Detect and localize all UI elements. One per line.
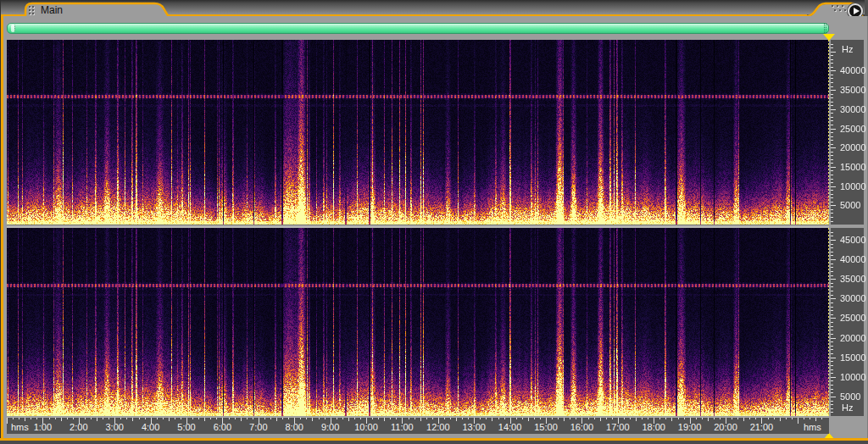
frequency-scale-right-channel[interactable]: 4500040000350003000025000200001500010000…	[831, 228, 864, 416]
time-tick	[720, 418, 721, 419]
time-tick	[409, 418, 409, 419]
time-tick	[696, 418, 697, 419]
spectrogram-right-channel[interactable]	[7, 228, 829, 416]
time-tick	[600, 418, 601, 421]
spectrogram-left-channel[interactable]	[7, 40, 829, 225]
time-ruler[interactable]: 1:002:003:004:005:006:007:008:009:0010:0…	[7, 417, 829, 434]
frequency-tick	[831, 102, 833, 103]
frequency-tick	[831, 380, 833, 381]
frequency-tick	[831, 55, 833, 56]
scrollbar-left-handle[interactable]	[11, 25, 15, 32]
frequency-tick	[831, 240, 836, 241]
time-tick	[253, 418, 253, 419]
frequency-tick	[831, 182, 833, 183]
frequency-label: 5000	[840, 200, 860, 210]
time-tick	[97, 418, 97, 421]
scrollbar-right-handle[interactable]	[824, 24, 826, 33]
tab-main[interactable]: Main	[25, 3, 168, 17]
time-tick	[91, 418, 92, 419]
frequency-tick	[831, 412, 833, 413]
time-label: 1:00	[34, 422, 52, 432]
time-label: 5:00	[177, 422, 195, 432]
frequency-tick	[831, 326, 833, 327]
frequency-label: 35000	[840, 274, 866, 284]
frequency-tick	[831, 186, 836, 187]
frequency-tick	[831, 318, 836, 319]
time-tick	[288, 418, 289, 419]
time-tick	[169, 418, 170, 421]
time-tick	[276, 418, 277, 421]
time-tick	[612, 418, 613, 419]
time-tick	[306, 418, 307, 419]
time-tick	[415, 418, 415, 419]
time-tick	[815, 418, 816, 421]
frequency-tick	[831, 404, 833, 405]
frequency-tick	[831, 117, 833, 118]
frequency-tick	[831, 255, 833, 256]
frequency-label: 30000	[840, 293, 866, 303]
frequency-tick	[831, 213, 833, 214]
frequency-tick	[831, 377, 836, 378]
time-label: 14:00	[498, 422, 522, 432]
time-tick	[432, 418, 433, 419]
time-tick	[498, 418, 499, 419]
frequency-label: 40000	[840, 65, 866, 75]
audio-editor-window: Main 40000350003000025000200001500010000…	[0, 0, 868, 444]
frequency-tick	[831, 175, 833, 175]
ruler-unit-label-right: hms	[804, 422, 821, 432]
frequency-tick	[831, 314, 833, 315]
frequency-tick	[831, 322, 833, 323]
time-tick	[504, 418, 505, 419]
frequency-scale-left-channel[interactable]: 400003500030000250002000015000100005000H…	[831, 40, 864, 225]
time-tick	[684, 418, 685, 419]
time-tick	[755, 418, 756, 419]
time-label: 18:00	[642, 422, 665, 432]
grip-dots-icon	[29, 6, 36, 15]
frequency-tick	[831, 67, 833, 68]
time-tick	[319, 418, 320, 419]
time-label: 4:00	[142, 422, 159, 432]
time-tick	[198, 418, 199, 419]
time-label: 10:00	[354, 422, 378, 432]
time-tick	[342, 418, 343, 419]
frequency-tick	[831, 252, 833, 253]
horizontal-scrollbar[interactable]	[7, 23, 829, 34]
frequency-tick	[831, 82, 833, 83]
frequency-tick	[831, 163, 833, 164]
frequency-tick	[831, 113, 833, 114]
frequency-tick	[831, 247, 833, 248]
frequency-tick	[831, 129, 836, 130]
time-tick	[61, 418, 62, 421]
frequency-tick	[831, 44, 833, 45]
time-tick	[157, 418, 158, 419]
frequency-tick	[831, 338, 836, 339]
time-tick	[606, 418, 607, 419]
time-tick	[792, 418, 793, 419]
time-tick	[665, 418, 666, 419]
frequency-tick	[831, 298, 836, 299]
frequency-tick	[831, 97, 833, 98]
frequency-label: 15000	[840, 162, 866, 172]
frequency-tick	[831, 94, 833, 95]
frequency-tick	[831, 365, 833, 366]
time-tick	[390, 418, 391, 419]
frequency-tick	[831, 78, 833, 79]
frequency-tick	[831, 70, 836, 71]
play-arrow-icon	[854, 8, 860, 14]
frequency-tick	[831, 159, 833, 160]
time-tick	[480, 418, 481, 419]
frequency-tick	[831, 392, 833, 393]
frequency-tick	[831, 286, 833, 287]
time-tick	[798, 418, 798, 424]
time-tick	[444, 418, 445, 419]
time-tick	[737, 418, 738, 419]
time-tick	[49, 418, 50, 419]
frequency-tick	[831, 330, 833, 330]
frequency-label: 45000	[840, 235, 866, 245]
frequency-tick	[831, 279, 836, 280]
time-tick	[588, 418, 589, 419]
frequency-tick	[831, 167, 836, 168]
frequency-tick	[831, 209, 833, 210]
time-tick	[702, 418, 703, 419]
time-tick	[229, 418, 230, 419]
